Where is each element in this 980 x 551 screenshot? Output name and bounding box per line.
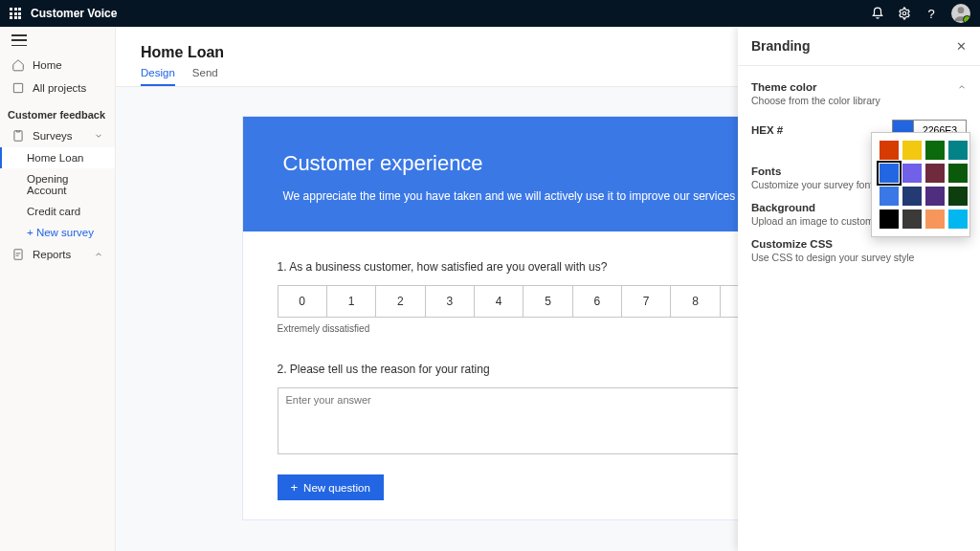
- survey-title: Customer experience: [283, 151, 813, 176]
- help-icon[interactable]: ?: [924, 7, 938, 20]
- main-area: Home Loan Design Send Customer experienc…: [116, 27, 980, 551]
- app-name: Customer Voice: [31, 7, 117, 20]
- color-swatch[interactable]: [925, 164, 945, 183]
- branding-panel: Branding ✕ Theme color Choose from the c…: [738, 27, 980, 551]
- nav-all-projects-label: All projects: [33, 82, 86, 94]
- projects-icon: [11, 81, 25, 95]
- sidebar-new-survey[interactable]: + New survey: [0, 222, 115, 243]
- rating-1[interactable]: 1: [327, 286, 376, 317]
- tree-surveys-label: Surveys: [33, 130, 73, 142]
- rating-low-label: Extremely dissatisfied: [278, 323, 370, 334]
- svg-point-1: [958, 7, 965, 13]
- color-swatch[interactable]: [925, 187, 945, 206]
- color-swatch[interactable]: [880, 164, 899, 183]
- color-swatch[interactable]: [948, 164, 968, 183]
- rating-4[interactable]: 4: [475, 286, 523, 317]
- svg-rect-2: [13, 83, 22, 92]
- tree-reports-label: Reports: [33, 249, 71, 260]
- chevron-up-icon: [94, 250, 103, 259]
- gear-icon[interactable]: [898, 7, 911, 20]
- color-swatch[interactable]: [925, 209, 945, 229]
- close-icon[interactable]: ✕: [956, 39, 967, 54]
- color-swatch[interactable]: [902, 164, 922, 183]
- chevron-down-icon: [94, 131, 103, 141]
- rating-7[interactable]: 7: [622, 286, 671, 317]
- color-popover: [871, 132, 970, 237]
- plus-icon: +: [291, 481, 299, 494]
- color-swatch[interactable]: [902, 141, 922, 160]
- color-swatch[interactable]: [880, 209, 899, 229]
- color-swatch[interactable]: [925, 141, 945, 160]
- hamburger-icon[interactable]: [11, 34, 27, 46]
- rating-2[interactable]: 2: [376, 286, 425, 317]
- rating-8[interactable]: 8: [671, 286, 720, 317]
- color-grid: [880, 141, 962, 229]
- nav-home[interactable]: Home: [0, 54, 115, 77]
- reports-icon: [11, 248, 25, 261]
- sidebar-item-home-loan[interactable]: Home Loan: [0, 147, 115, 168]
- svg-point-0: [902, 11, 906, 15]
- nav-home-label: Home: [33, 59, 62, 71]
- sidebar: Home All projects Customer feedback Surv…: [0, 27, 116, 551]
- tree-reports[interactable]: Reports: [0, 243, 115, 266]
- css-sub: Use CSS to design your survey style: [751, 252, 914, 263]
- css-title: Customize CSS: [751, 238, 914, 250]
- svg-rect-4: [14, 250, 22, 260]
- color-swatch[interactable]: [948, 209, 968, 229]
- chevron-up-icon: [957, 81, 967, 91]
- color-swatch[interactable]: [902, 209, 922, 229]
- survey-subtitle: We appreciate the time you have taken an…: [283, 189, 813, 203]
- tab-design[interactable]: Design: [141, 67, 175, 86]
- hex-label: HEX #: [751, 124, 783, 136]
- fonts-title: Fonts: [751, 165, 878, 177]
- color-swatch[interactable]: [948, 141, 968, 160]
- surveys-icon: [11, 129, 25, 143]
- nav-all-projects[interactable]: All projects: [0, 77, 115, 99]
- new-question-label: New question: [303, 482, 370, 494]
- theme-color-title: Theme color: [751, 81, 880, 93]
- panel-title: Branding: [751, 38, 810, 54]
- theme-color-sub: Choose from the color library: [751, 95, 880, 106]
- color-swatch[interactable]: [880, 141, 899, 160]
- app-launcher-icon[interactable]: [10, 8, 21, 19]
- rating-3[interactable]: 3: [426, 286, 475, 317]
- color-swatch[interactable]: [948, 187, 968, 206]
- new-question-button[interactable]: + New question: [278, 474, 384, 500]
- section-css[interactable]: Customize CSS Use CSS to design your sur…: [751, 232, 967, 269]
- color-swatch[interactable]: [902, 187, 922, 206]
- rating-0[interactable]: 0: [278, 286, 327, 317]
- tab-send[interactable]: Send: [192, 67, 218, 86]
- avatar[interactable]: [951, 4, 970, 23]
- home-icon: [11, 58, 25, 72]
- top-bar: Customer Voice ?: [0, 0, 980, 27]
- rating-5[interactable]: 5: [523, 286, 572, 317]
- section-theme-color[interactable]: Theme color Choose from the color librar…: [751, 76, 967, 112]
- color-swatch[interactable]: [880, 187, 899, 206]
- sidebar-item-opening-account[interactable]: Opening Account: [0, 168, 115, 201]
- rating-6[interactable]: 6: [573, 286, 622, 317]
- fonts-sub: Customize your survey fonts: [751, 179, 878, 190]
- sidebar-item-credit-card[interactable]: Credit card: [0, 201, 115, 222]
- tree-surveys[interactable]: Surveys: [0, 124, 115, 147]
- bell-icon[interactable]: [871, 7, 884, 20]
- section-label: Customer feedback: [0, 99, 115, 124]
